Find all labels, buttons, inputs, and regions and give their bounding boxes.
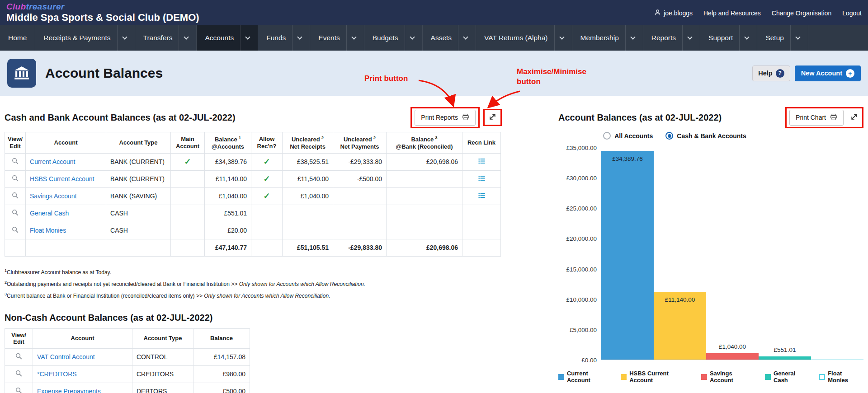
radio-cash-bank-accounts[interactable]: Cash & Bank Accounts [665,132,746,140]
chevron-down-icon [559,34,564,39]
recn-link-cell [462,187,501,205]
balance-bank-cell [387,187,462,205]
print-chart-annotation-box: Print Chart [785,107,863,128]
nav-item-accounts[interactable]: Accounts [197,25,258,51]
account-cell: Expense Prepayments [33,383,132,393]
uncleared-payments-cell [333,222,387,239]
legend-label: Float Monies [828,370,863,384]
table-footnote: 1Clubtreasurer Account balance as at Tod… [5,268,502,276]
col-header-recn-link: Recn Link [462,132,501,154]
chart-plot-area: £34,389.76£11,140.00£1,040.00£551.01 [601,148,863,360]
uncleared-payments-cell: -£500.00 [333,170,387,187]
nav-item-dropdown-toggle [179,25,188,51]
legend-label: Savings Account [710,370,757,384]
recn-link-button[interactable] [477,174,486,184]
col-header-balance: Balance [193,328,250,348]
account-cell: *CREDITORS [33,365,132,383]
user-menu[interactable]: joe.bloggs [654,9,693,17]
nav-item-funds[interactable]: Funds [258,25,310,51]
view-edit-button[interactable] [14,386,24,393]
print-reports-label: Print Reports [421,114,458,121]
chevron-down-icon [745,34,750,39]
y-axis-tick-label: £0.00 [581,357,597,364]
noncash-table-row: Expense PrepaymentsDEBTORS£500.00 [5,383,250,393]
cash-totals-row: £47,140.77 £51,105.51 -£29,833.80 £20,69… [5,239,501,256]
radio-selected-icon [665,132,673,140]
recn-link-button[interactable] [477,191,486,201]
plus-icon: + [846,69,854,78]
account-link[interactable]: VAT Control Account [37,353,95,360]
maximise-table-button[interactable] [487,112,498,123]
view-edit-button[interactable] [10,225,20,235]
help-button[interactable]: Help ? [752,66,790,81]
nav-item-dropdown-toggle [625,25,635,51]
view-edit-button[interactable] [10,191,20,201]
cash-section-title: Cash and Bank Account Balances (as at 02… [5,112,236,123]
nav-item-label: Transfers [143,34,173,42]
print-chart-button[interactable]: Print Chart [789,110,844,126]
recn-link-button[interactable] [477,157,486,167]
noncash-table-header-row: View/EditAccountAccount TypeBalance [5,328,250,348]
maximise-icon [488,112,497,122]
account-type-cell: CASH [106,222,171,239]
header-link-change-organisation[interactable]: Change Organisation [772,9,831,17]
recn-link-cell [462,153,501,170]
allow-recn-cell [251,205,283,222]
maximise-chart-button[interactable] [849,112,859,123]
nav-item-vat-returns-alpha[interactable]: VAT Returns (Alpha) [476,25,572,51]
account-balances-chart: £0.00£5,000.00£10,000.00£15,000.00£20,00… [558,148,863,360]
legend-item-savings-account: Savings Account [701,370,757,384]
magnifier-icon [12,209,19,217]
header-link-logout[interactable]: Logout [842,9,862,17]
account-link[interactable]: Float Monies [30,227,66,234]
header-link-help-and-resources[interactable]: Help and Resources [703,9,761,17]
account-link[interactable]: *CREDITORS [37,370,77,378]
nav-item-dropdown-toggle [117,25,127,51]
nav-item-support[interactable]: Support [700,25,757,51]
chart-bar-current-account [601,151,654,360]
help-badge-icon: ? [776,69,784,78]
nav-item-transfers[interactable]: Transfers [135,25,197,51]
view-edit-button[interactable] [10,208,20,218]
col-header-account: Account [26,132,106,154]
chevron-down-icon [184,34,189,39]
view-edit-button[interactable] [10,157,20,167]
view-edit-button[interactable] [14,369,24,379]
nav-item-assets[interactable]: Assets [423,25,476,51]
account-link[interactable]: Savings Account [30,192,77,200]
new-account-button[interactable]: New Account + [795,66,861,81]
account-link[interactable]: Current Account [30,158,75,165]
col-header-balance-bank-reconciled: Balance3@Bank (Reconciled) [387,132,462,154]
nav-item-budgets[interactable]: Budgets [364,25,423,51]
nav-item-label: Home [8,34,27,42]
radio-all-accounts[interactable]: All Accounts [603,132,653,140]
main-nav: HomeReceipts & PaymentsTransfersAccounts… [0,25,868,51]
checkmark-icon: ✓ [184,157,191,166]
user-name: joe.bloggs [664,9,693,17]
account-link[interactable]: Expense Prepayments [37,388,101,393]
table-footnote: 3Current balance at Bank or Financial In… [5,292,502,299]
nav-item-membership[interactable]: Membership [572,25,643,51]
tables-panel: Cash and Bank Account Balances (as at 02… [5,107,502,393]
chevron-down-icon [351,34,356,39]
logo-part-treasurer: treasurer [26,2,64,11]
nav-item-setup[interactable]: Setup [757,25,808,51]
nav-item-label: Events [318,34,340,42]
account-link[interactable]: General Cash [30,210,69,217]
y-axis-tick-label: £15,000.00 [566,266,597,272]
main-account-cell [171,170,205,187]
nav-item-label: Budgets [373,34,398,42]
view-edit-button[interactable] [14,352,24,362]
legend-item-float-monies: Float Monies [819,370,863,384]
nav-item-dropdown-toggle [682,25,692,51]
nav-item-home[interactable]: Home [0,25,35,51]
account-link[interactable]: HSBS Current Account [30,175,94,182]
view-edit-button[interactable] [10,174,20,184]
chart-bar-savings-account [706,353,759,360]
nav-item-events[interactable]: Events [310,25,364,51]
account-type-cell: CASH [106,205,171,222]
table-footnote: 2Outstanding payments and receipts not y… [5,280,502,287]
y-axis-tick-label: £10,000.00 [566,296,597,303]
nav-item-reports[interactable]: Reports [643,25,700,51]
nav-item-receipts-payments[interactable]: Receipts & Payments [35,25,135,51]
